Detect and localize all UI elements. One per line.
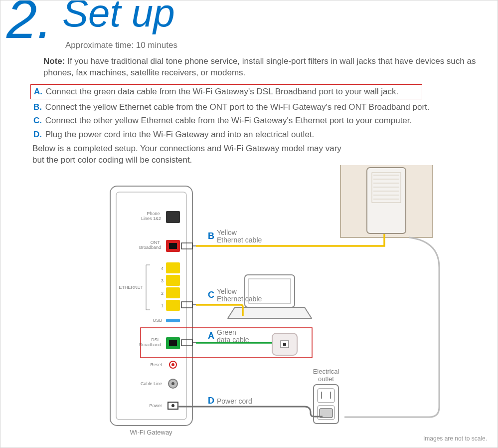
svg-point-15 [171,382,174,385]
port-label-power: Power [149,403,162,408]
cable-a-text1: Green [217,328,236,336]
cable-a-text2: data cable [217,336,249,344]
cable-d-letter: D [208,396,214,406]
page-title: Set up [62,0,175,32]
step-d-row: D. Plug the power cord into the Wi-Fi Ga… [30,128,479,142]
step-a-letter: A. [34,87,42,96]
outlet-label-2: outlet [318,375,334,383]
svg-rect-2 [166,211,180,223]
eth-num-2: 2 [161,291,164,296]
svg-rect-8 [166,300,180,311]
svg-rect-4 [169,243,177,249]
cable-b-text2: Ethernet cable [217,236,262,244]
step-number: 2. [6,0,52,46]
port-label-ethernet: ETHERNET [119,285,143,290]
step-a-row: A. Connect the green data cable from the… [30,84,422,99]
svg-rect-34 [318,389,334,403]
note-label: Note: [43,56,65,66]
step-c-row: C. Connect the other yellow Ethernet cab… [30,114,479,128]
svg-rect-9 [166,319,180,322]
port-label-cable: Cable Line [141,381,162,386]
eth-num-1: 1 [161,303,164,308]
step-a-text: Connect the green data cable from the Wi… [46,87,399,96]
cable-c-text1: Yellow [217,287,237,295]
electrical-outlet-icon [314,385,338,424]
step-list: A. Connect the green data cable from the… [30,84,479,141]
svg-point-17 [171,404,174,407]
step-d-text: Plug the power cord into the Wi-Fi Gatew… [45,130,315,139]
svg-rect-19 [367,168,406,233]
gateway-device-icon: Phone Lines 1&2 ONT Broadband 4 3 2 [110,186,192,426]
cable-d-text1: Power cord [217,397,252,405]
port-label-usb: USB [153,318,162,323]
svg-rect-32 [283,343,286,346]
svg-rect-7 [166,287,180,298]
approx-time: Approximate time: 10 minutes [65,40,177,50]
setup-guide-page: 2. Set up Approximate time: 10 minutes N… [0,0,498,448]
svg-rect-5 [166,262,180,273]
note-text: If you have traditional dial tone phone … [43,56,476,77]
step-b-letter: B. [33,102,42,112]
cable-b-text1: Yellow [217,228,237,236]
cable-c-letter: C [208,290,214,300]
svg-rect-11 [169,340,177,346]
cable-a-letter: A [208,331,214,341]
step-d-letter: D. [33,130,42,139]
gateway-caption: Wi-Fi Gateway [130,429,172,436]
below-paragraph: Below is a completed setup. Your connect… [32,143,341,166]
setup-diagram: Phone Lines 1&2 ONT Broadband 4 3 2 [0,165,498,445]
svg-rect-0 [110,186,192,426]
step-c-text: Connect the other yellow Ethernet cable … [45,116,412,125]
eth-num-4: 4 [161,266,164,271]
cable-c-text2: Ethernet cable [217,295,262,303]
step-c-letter: C. [33,116,42,125]
svg-point-13 [171,363,174,366]
cable-b-letter: B [208,231,214,241]
footer-text: Images are not to scale. [423,435,487,442]
port-label-reset: Reset [150,362,162,367]
step-b-row: B. Connect the yellow Ethernet cable fro… [30,100,479,114]
cable-d [178,407,323,417]
note-paragraph: Note: If you have traditional dial tone … [43,56,477,79]
svg-rect-6 [166,275,180,286]
ont-device-icon [340,165,433,237]
eth-num-3: 3 [161,278,164,283]
outlet-label-1: Electrical [313,368,339,375]
step-b-text: Connect the yellow Ethernet cable from t… [45,102,430,112]
wall-jack-icon [272,333,297,355]
